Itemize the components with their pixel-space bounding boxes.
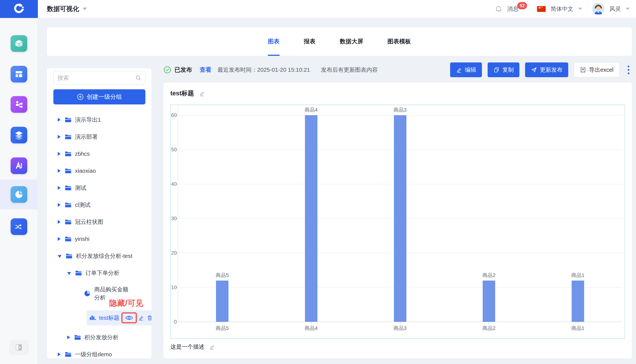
divider (587, 5, 587, 13)
more-actions-button[interactable] (625, 62, 632, 77)
y-axis-label: 50 (171, 147, 177, 153)
caret-right-icon[interactable] (58, 186, 61, 190)
caret-right-icon[interactable] (58, 237, 61, 241)
annotation-label: 隐藏/可见 (109, 298, 143, 308)
tree-item-label: yinshi (75, 236, 90, 242)
chart-description: 这是一个描述 (170, 343, 204, 351)
rename-button[interactable] (138, 315, 144, 321)
app-title-caret-icon[interactable] (83, 8, 87, 10)
rail-item-ai[interactable] (0, 151, 38, 180)
collapse-sidebar-button[interactable] (9, 340, 29, 355)
folder-icon (65, 351, 72, 358)
tree-item[interactable]: cl测试 (53, 196, 147, 214)
y-axis-label: 60 (171, 112, 177, 118)
bar-value-label: 商品2 (470, 272, 508, 279)
caret-right-icon[interactable] (67, 336, 70, 339)
edit-description-button[interactable] (209, 344, 215, 350)
caret-right-icon[interactable] (58, 203, 61, 207)
logo-mark-icon (13, 3, 25, 15)
y-axis-label: 0 (171, 319, 177, 325)
bar (216, 280, 229, 322)
search-icon[interactable] (135, 75, 142, 81)
tree-item[interactable]: yinshi (53, 230, 147, 248)
tree-item-test-title-selected[interactable]: test标题 (87, 310, 151, 326)
rail-item-dashboard[interactable] (0, 59, 38, 89)
rail-item-org-flow[interactable] (0, 90, 38, 119)
bell-icon[interactable] (495, 5, 502, 12)
rail-item-layers[interactable] (0, 120, 38, 150)
tree-item[interactable]: zbhcs (53, 145, 147, 162)
caret-right-icon[interactable] (58, 118, 61, 122)
pencil-icon (456, 66, 462, 73)
rail-item-shuffle[interactable] (0, 212, 38, 242)
tree-item-expanded[interactable]: 订单下单分析 (53, 264, 147, 282)
flag-icon: ★★ (537, 6, 546, 12)
caret-right-icon[interactable] (58, 169, 61, 173)
update-publish-button[interactable]: 更新发布 (525, 62, 568, 77)
x-tick (578, 322, 578, 324)
caret-down-icon[interactable] (67, 272, 71, 275)
tree-item-expanded[interactable]: 积分发放综合分析-test (53, 248, 147, 264)
app-rail (0, 0, 38, 364)
rail-item-cube[interactable] (0, 28, 38, 58)
caret-right-icon[interactable] (58, 220, 61, 224)
tree-item[interactable]: 一级分组demo (53, 346, 147, 358)
tree-item[interactable]: 演示导出1 (53, 111, 147, 128)
folder-icon (65, 219, 72, 225)
tree-item[interactable]: 测试 (53, 179, 147, 196)
view-link[interactable]: 查看 (200, 66, 211, 74)
ai-letter-icon (11, 158, 27, 174)
language-caret-icon[interactable] (578, 8, 582, 10)
tree-item[interactable]: 冠云柱状图 (53, 214, 147, 230)
tab-charts[interactable]: 图表 (268, 28, 280, 56)
edit-pencil-icon (199, 90, 205, 96)
rail-item-data-visualization[interactable] (0, 180, 38, 209)
caret-right-icon[interactable] (58, 152, 61, 156)
tab-reports[interactable]: 报表 (304, 28, 316, 56)
user-caret-icon[interactable] (626, 8, 629, 10)
plus-circle-icon (77, 94, 84, 100)
tree-item-label: 订单下单分析 (85, 269, 120, 277)
main-content: 图表 报表 数据大屏 图表模板 已发布 查看 最近发布时间：2025-01-20… (38, 18, 636, 364)
bar (394, 115, 406, 322)
y-axis-label: 30 (171, 216, 177, 222)
visibility-toggle-button[interactable] (125, 314, 133, 321)
delete-button[interactable] (147, 315, 151, 321)
edit-pencil-icon (138, 315, 144, 321)
language-label[interactable]: 简体中文 (551, 5, 573, 13)
eye-icon (125, 314, 133, 321)
tab-data-screen[interactable]: 数据大屏 (340, 28, 363, 56)
edit-button[interactable]: 编辑 (450, 62, 482, 77)
folder-icon (65, 168, 72, 174)
bar-value-label: 商品4 (292, 106, 330, 113)
tab-chart-templates[interactable]: 图表模板 (387, 28, 411, 56)
y-axis-label: 40 (171, 181, 177, 187)
tree-item[interactable]: 演示部署 (53, 128, 147, 145)
folder-icon (65, 236, 72, 242)
bar-value-label: 商品5 (203, 272, 241, 279)
caret-right-icon[interactable] (58, 352, 61, 356)
tree-list: 演示导出1 演示部署 zbhcs xiaoxiao 测试 (53, 111, 147, 358)
caret-right-icon[interactable] (58, 135, 61, 139)
user-avatar[interactable] (592, 3, 604, 15)
create-group-button[interactable]: 创建一级分组 (53, 89, 145, 104)
tree-item[interactable]: xiaoxiao (53, 162, 147, 179)
tree-item[interactable]: 积分发放分析 (53, 329, 147, 346)
sidebar-toggle-icon (15, 343, 24, 352)
x-axis-label: 商品5 (203, 325, 241, 332)
export-excel-button[interactable]: 导出excel (574, 62, 619, 77)
x-axis-label: 商品1 (559, 325, 597, 332)
y-axis-label: 10 (171, 284, 177, 290)
app-logo[interactable] (0, 0, 38, 18)
copy-button[interactable]: 复制 (488, 62, 519, 77)
edit-title-button[interactable] (199, 90, 205, 96)
tree-item-label: test标题 (99, 314, 120, 322)
folder-icon (74, 334, 81, 340)
edit-pencil-icon (209, 344, 215, 350)
messages-button[interactable]: 消息 52 (507, 5, 527, 13)
top-header: 数据可视化 消息 52 ★★ 简体中文 风灵 (38, 0, 636, 18)
username[interactable]: 风灵 (609, 5, 621, 13)
search-input[interactable] (54, 75, 135, 81)
caret-down-icon[interactable] (58, 255, 62, 258)
shuffle-icon (11, 218, 27, 235)
